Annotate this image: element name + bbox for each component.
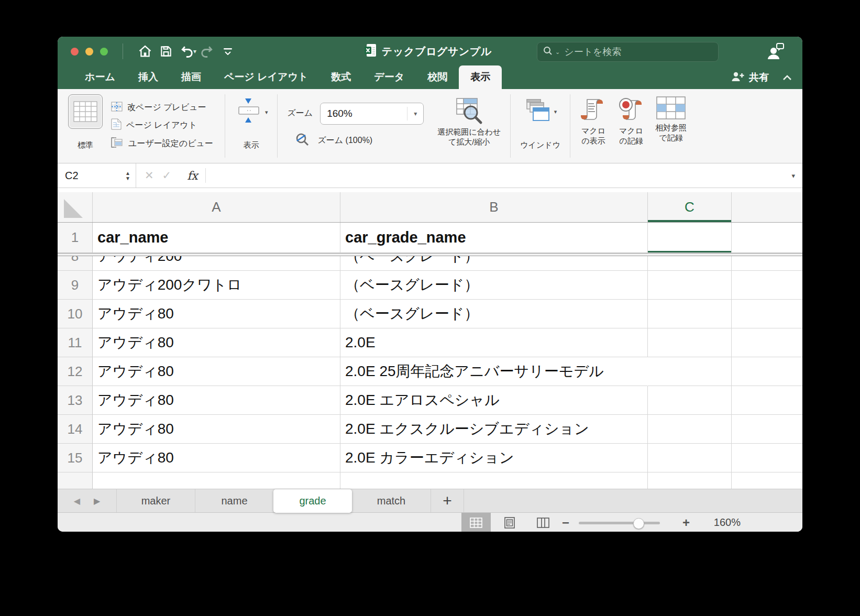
cell-d[interactable] <box>732 357 802 386</box>
previous-sheet-icon[interactable]: ◀ <box>74 496 80 506</box>
cell-d[interactable] <box>732 256 802 271</box>
share-button[interactable]: 共有 <box>731 71 769 84</box>
zoom-slider[interactable] <box>579 522 660 524</box>
column-header-b[interactable]: B <box>340 192 648 222</box>
row-header[interactable]: 12 <box>58 357 93 386</box>
cell-a[interactable]: アウディ80 <box>93 415 340 444</box>
close-window-button[interactable] <box>71 48 79 56</box>
ribbon-tab-表示[interactable]: 表示 <box>459 65 502 89</box>
cell-b[interactable]: 2.0E カラーエディション <box>340 444 648 472</box>
ribbon-tab-校閲[interactable]: 校閲 <box>416 65 459 89</box>
cell-a[interactable]: アウディ80 <box>93 444 340 472</box>
name-box-stepper[interactable]: ▲▼ <box>125 171 130 181</box>
cell-b[interactable]: 2.0E エクスクルーシブエディション <box>340 415 648 444</box>
sheet-tab-grade[interactable]: grade <box>273 489 352 513</box>
cell-b[interactable] <box>340 472 648 489</box>
row-header[interactable]: 9 <box>58 271 93 300</box>
fit-selection-button[interactable]: 選択範囲に合わせ て拡大/縮小 <box>432 89 506 154</box>
cell-c[interactable] <box>648 300 732 328</box>
ribbon-tab-データ[interactable]: データ <box>362 65 416 89</box>
row-header[interactable]: 13 <box>58 386 93 415</box>
minimize-window-button[interactable] <box>85 48 93 56</box>
page-break-preview-button[interactable]: 改ページ プレビュー <box>111 102 213 114</box>
relative-references-button[interactable]: 相対参照 で記録 <box>650 89 692 154</box>
status-page-layout-button[interactable] <box>495 513 524 532</box>
cell-c[interactable] <box>648 386 732 415</box>
cell-b[interactable]: （ベースグレード） <box>340 300 648 328</box>
row-header[interactable]: 14 <box>58 415 93 444</box>
cell-b[interactable]: （ベースグレード） <box>340 271 648 300</box>
sheet-tab-match[interactable]: match <box>352 489 431 512</box>
zoom-combobox[interactable]: 160% ▾ <box>320 103 424 125</box>
cell-d[interactable] <box>732 328 802 357</box>
cell-d[interactable] <box>732 386 802 415</box>
cell-c[interactable] <box>648 328 732 357</box>
row-header[interactable]: 11 <box>58 328 93 357</box>
ribbon-tab-数式[interactable]: 数式 <box>319 65 362 89</box>
column-header-a[interactable]: A <box>93 192 340 222</box>
status-normal-view-button[interactable] <box>461 513 491 532</box>
ribbon-tab-ページ レイアウト[interactable]: ページ レイアウト <box>213 65 319 89</box>
cell-c[interactable] <box>648 357 732 386</box>
window-dropdown-button[interactable]: ▾ ウインドウ <box>515 89 566 154</box>
cell-a[interactable]: アウディ80 <box>93 386 340 415</box>
sheet-tab-maker[interactable]: maker <box>116 489 195 512</box>
cell-d[interactable] <box>732 271 802 300</box>
search-input[interactable]: ⌄ シートを検索 <box>537 42 719 62</box>
zoom-combobox-caret-icon[interactable]: ▾ <box>407 110 423 117</box>
cell-c[interactable] <box>648 472 732 489</box>
ribbon-display-options-icon[interactable] <box>217 42 238 61</box>
cell-a[interactable] <box>93 472 340 489</box>
cell-c[interactable] <box>648 256 732 271</box>
row-header[interactable]: 1 <box>58 223 93 253</box>
cell-c[interactable] <box>648 415 732 444</box>
cell-a1[interactable]: car_name <box>93 223 340 253</box>
row-header[interactable]: 10 <box>58 300 93 328</box>
account-icon[interactable] <box>766 42 785 62</box>
enter-icon[interactable]: ✓ <box>162 169 172 182</box>
name-box[interactable]: C2 ▲▼ <box>58 163 136 188</box>
home-icon[interactable] <box>135 42 156 61</box>
ribbon-tab-描画[interactable]: 描画 <box>170 65 213 89</box>
column-header-c[interactable]: C <box>648 192 732 222</box>
ribbon-tab-ホーム[interactable]: ホーム <box>73 65 127 89</box>
cell-d1[interactable] <box>732 223 802 253</box>
custom-views-button[interactable]: ユーザー設定のビュー <box>111 137 213 150</box>
cell-b[interactable]: （ベースグレード） <box>340 256 648 271</box>
cell-d[interactable] <box>732 472 802 489</box>
show-dropdown-button[interactable]: ▾ 表示 <box>229 89 273 154</box>
next-sheet-icon[interactable]: ▶ <box>94 496 100 506</box>
cell-d[interactable] <box>732 415 802 444</box>
zoom-out-button[interactable]: − <box>562 513 569 532</box>
page-layout-button[interactable]: ページ レイアウト <box>111 118 213 132</box>
zoom-window-button[interactable] <box>100 48 108 56</box>
status-zoom-value[interactable]: 160% <box>714 513 741 532</box>
cell-d[interactable] <box>732 300 802 328</box>
formula-bar-expand-icon[interactable]: ▾ <box>791 172 795 180</box>
cell-c[interactable] <box>648 444 732 472</box>
status-page-break-button[interactable] <box>528 513 558 532</box>
column-header-d[interactable] <box>732 192 802 222</box>
cell-a[interactable]: アウディ200クワトロ <box>93 271 340 300</box>
cell-c1[interactable] <box>648 223 732 253</box>
save-icon[interactable] <box>156 42 177 61</box>
insert-function-icon[interactable]: fx <box>187 169 198 182</box>
redo-icon[interactable] <box>196 42 217 61</box>
row-header[interactable] <box>58 472 93 489</box>
cell-b[interactable]: 2.0E 25周年記念アニバーサリーモデル <box>340 357 648 386</box>
add-sheet-button[interactable]: + <box>431 489 464 512</box>
ribbon-tab-挿入[interactable]: 挿入 <box>127 65 170 89</box>
record-macro-button[interactable]: マクロ の記録 <box>612 89 650 154</box>
cell-a[interactable]: アウディ80 <box>93 300 340 328</box>
zoom-slider-thumb[interactable] <box>633 518 644 529</box>
cancel-icon[interactable]: ✕ <box>145 169 154 182</box>
cell-a[interactable]: アウディ200 <box>93 256 340 271</box>
zoom-100-button[interactable]: ズーム (100%) <box>287 132 424 150</box>
zoom-in-button[interactable]: + <box>682 513 690 532</box>
cell-a[interactable]: アウディ80 <box>93 357 340 386</box>
collapse-ribbon-icon[interactable] <box>782 72 792 83</box>
normal-view-button[interactable]: 標準 <box>63 89 108 154</box>
cell-c[interactable] <box>648 271 732 300</box>
search-scope-caret-icon[interactable]: ⌄ <box>555 49 560 56</box>
cell-d[interactable] <box>732 444 802 472</box>
